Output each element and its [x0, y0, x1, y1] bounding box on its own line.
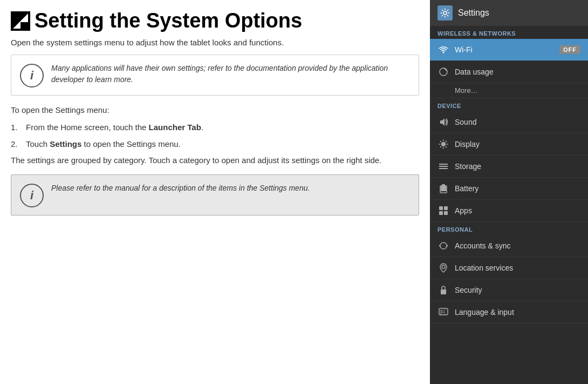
svg-point-3	[443, 52, 445, 53]
step-2: 2. Touch Settings to open the Settings m…	[11, 138, 419, 151]
more-label: More…	[455, 86, 580, 95]
storage-label: Storage	[455, 162, 580, 171]
step-1: 1. From the Home screen, touch the Launc…	[11, 122, 419, 134]
step-2-num: 2.	[11, 138, 26, 151]
page-title: Setting the System Options	[35, 10, 302, 32]
sidebar-item-apps[interactable]: Apps	[430, 200, 588, 222]
apps-label: Apps	[455, 206, 580, 215]
section-label-wireless: WIRELESS & NETWORKS	[430, 26, 588, 39]
language-input-label: Language & input	[455, 308, 580, 316]
svg-rect-21	[441, 289, 446, 294]
content-area: Setting the System Options Open the syst…	[0, 0, 430, 384]
subtitle: Open the system settings menu to adjust …	[11, 38, 419, 47]
settings-panel: Settings WIRELESS & NETWORKS Wi-Fi OFF	[430, 0, 588, 384]
svg-point-20	[442, 265, 445, 268]
svg-rect-16	[439, 211, 443, 215]
svg-rect-15	[444, 206, 448, 210]
svg-marker-6	[440, 118, 445, 126]
section-label-personal: PERSONAL	[430, 222, 588, 235]
location-services-label: Location services	[455, 264, 580, 272]
data-usage-label: Data usage	[455, 68, 580, 76]
location-icon	[437, 262, 449, 274]
title-arrow-icon	[11, 11, 30, 31]
svg-point-5	[442, 70, 445, 73]
info-box-2: i Please refer to the manual for a descr…	[11, 174, 419, 215]
accounts-sync-icon	[437, 240, 449, 252]
sidebar-item-wifi[interactable]: Wi-Fi OFF	[430, 39, 588, 61]
svg-rect-12	[442, 184, 445, 186]
sidebar-item-sound[interactable]: Sound	[430, 111, 588, 133]
svg-rect-17	[444, 211, 448, 215]
sidebar-item-more[interactable]: More…	[430, 83, 588, 98]
wifi-toggle[interactable]: OFF	[559, 45, 580, 54]
section-label-device: DEVICE	[430, 98, 588, 111]
info-icon-2: i	[20, 184, 44, 207]
sidebar-item-accounts-sync[interactable]: Accounts & sync	[430, 235, 588, 257]
security-label: Security	[455, 286, 580, 294]
battery-label: Battery	[455, 184, 580, 193]
battery-icon	[437, 183, 449, 194]
svg-point-2	[443, 11, 447, 15]
sidebar-item-data-usage[interactable]: Data usage	[430, 61, 588, 83]
info-icon-1: i	[20, 64, 44, 87]
info-box-1: i Many applications will have their own …	[11, 55, 419, 96]
sound-label: Sound	[455, 118, 580, 126]
info-text-2: Please refer to the manual for a descrip…	[51, 183, 310, 194]
body-text-1: To open the Settings menu:	[11, 104, 419, 117]
sidebar-item-language-input[interactable]: Language & input	[430, 301, 588, 324]
gear-icon	[440, 8, 450, 18]
step-2-text: Touch Settings to open the Settings menu…	[26, 138, 181, 151]
sound-icon	[437, 116, 449, 128]
title-row: Setting the System Options	[11, 10, 419, 32]
wifi-icon	[437, 44, 449, 56]
apps-icon	[437, 205, 449, 217]
step-1-bold: Launcher Tab	[149, 123, 201, 132]
step-1-text: From the Home screen, touch the Launcher…	[26, 122, 203, 134]
svg-point-7	[441, 142, 446, 146]
sidebar-item-location-services[interactable]: Location services	[430, 257, 588, 279]
svg-rect-13	[441, 186, 446, 191]
body-text-2: The settings are grouped by category. To…	[11, 154, 419, 167]
language-icon	[437, 306, 449, 318]
wifi-label: Wi-Fi	[455, 45, 473, 54]
step-1-num: 1.	[11, 122, 26, 134]
settings-title: Settings	[458, 8, 489, 18]
sidebar-item-display[interactable]: Display	[430, 133, 588, 156]
display-label: Display	[455, 140, 580, 149]
sidebar-item-battery[interactable]: Battery	[430, 178, 588, 200]
data-usage-icon	[437, 66, 449, 78]
storage-icon	[437, 160, 449, 172]
step-2-bold: Settings	[50, 139, 81, 149]
svg-rect-14	[439, 206, 443, 210]
sidebar-item-security[interactable]: Security	[430, 279, 588, 301]
sidebar-item-storage[interactable]: Storage	[430, 156, 588, 178]
settings-header: Settings	[430, 0, 588, 26]
display-icon	[437, 138, 449, 150]
accounts-sync-label: Accounts & sync	[455, 241, 580, 250]
settings-header-icon	[437, 5, 453, 21]
info-text-1: Many applications will have their own se…	[51, 63, 410, 85]
security-icon	[437, 284, 449, 296]
